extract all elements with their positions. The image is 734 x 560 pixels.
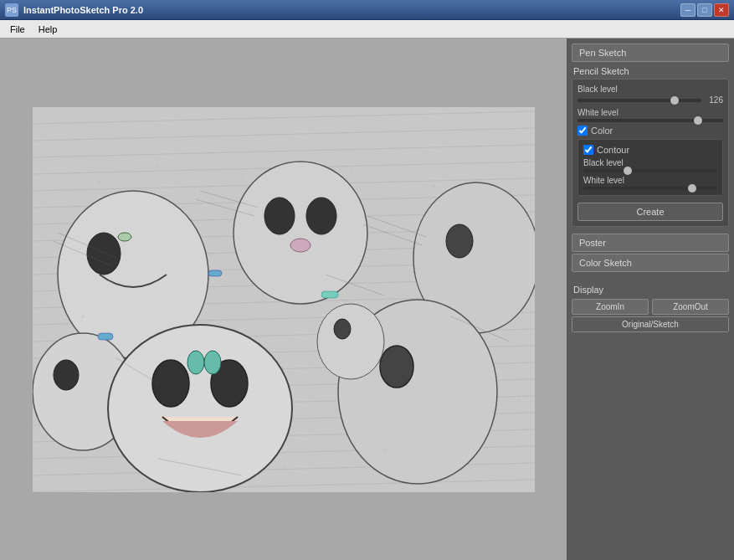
sketch-image (33, 107, 535, 492)
svg-point-30 (290, 239, 311, 252)
color-sketch-button[interactable]: Color Sketch (572, 254, 729, 272)
zoom-out-button[interactable]: ZoomOut (652, 299, 729, 315)
inner-white-level-label: White level (583, 176, 717, 185)
right-panel: Pen Sketch Pencil Sketch Black level 126… (567, 39, 734, 560)
svg-point-60 (81, 315, 84, 317)
pencil-sketch-label: Pencil Sketch (572, 64, 729, 77)
svg-point-34 (54, 360, 79, 390)
svg-point-63 (382, 449, 385, 451)
inner-white-level-slider-container (583, 187, 717, 190)
svg-point-57 (349, 168, 352, 171)
white-level-row: White level (577, 108, 723, 122)
inner-black-level-slider-container (583, 169, 717, 172)
contour-checkbox-row: Contour (583, 145, 717, 155)
minimize-button[interactable]: ─ (680, 3, 696, 17)
poster-button[interactable]: Poster (572, 234, 729, 252)
color-checkbox[interactable] (577, 126, 588, 136)
image-container (33, 107, 535, 492)
inner-black-level-thumb[interactable] (624, 167, 632, 175)
svg-point-62 (282, 465, 285, 468)
black-level-slider[interactable] (577, 99, 701, 102)
white-level-slider[interactable] (577, 119, 723, 122)
svg-point-55 (157, 164, 159, 167)
title-bar-left: PS InstantPhotoSketch Pro 2.0 (5, 3, 143, 17)
menu-bar: File Help (0, 20, 734, 39)
svg-point-59 (491, 172, 494, 175)
menu-file[interactable]: File (3, 23, 32, 36)
contour-checkbox[interactable] (583, 145, 593, 155)
svg-rect-64 (98, 333, 113, 340)
black-level-label: Black level (577, 85, 723, 94)
inner-black-level-label: Black level (583, 158, 717, 167)
title-controls[interactable]: ─ □ ✕ (680, 3, 729, 17)
svg-point-32 (446, 224, 473, 258)
svg-point-42 (317, 304, 384, 379)
inner-white-level-row: White level (583, 176, 717, 190)
display-zoom-buttons: ZoomIn ZoomOut (572, 299, 729, 315)
zoom-in-button[interactable]: ZoomIn (572, 299, 649, 315)
pencil-sketch-box: Black level 126 White level (572, 79, 729, 227)
black-level-value: 126 (705, 95, 723, 105)
pen-sketch-button[interactable]: Pen Sketch (572, 44, 729, 62)
svg-point-38 (187, 351, 204, 374)
svg-point-58 (433, 185, 435, 188)
inner-black-level-slider[interactable] (583, 169, 717, 172)
close-button[interactable]: ✕ (714, 3, 729, 17)
svg-point-26 (118, 233, 131, 241)
svg-point-56 (240, 177, 243, 179)
create-button[interactable]: Create (577, 203, 723, 221)
canvas-area (0, 39, 567, 560)
color-checkbox-row: Color (577, 126, 723, 136)
white-level-thumb[interactable] (694, 116, 702, 125)
app-icon: PS (5, 3, 18, 17)
white-level-slider-container (577, 119, 723, 122)
inner-black-level-row: Black level (583, 158, 717, 172)
black-level-slider-container: 126 (577, 95, 723, 105)
white-level-label: White level (577, 108, 723, 117)
color-checkbox-label: Color (591, 126, 613, 136)
svg-point-43 (334, 319, 351, 339)
svg-point-25 (87, 233, 121, 275)
svg-point-54 (98, 181, 100, 183)
contour-checkbox-label: Contour (597, 145, 629, 155)
display-section: Display ZoomIn ZoomOut Original/Sketch (572, 282, 729, 332)
inner-white-level-slider[interactable] (583, 187, 717, 190)
svg-point-29 (306, 198, 336, 234)
svg-rect-66 (321, 291, 338, 298)
svg-point-41 (380, 346, 413, 388)
svg-point-28 (264, 198, 295, 234)
title-bar: PS InstantPhotoSketch Pro 2.0 ─ □ ✕ (0, 0, 734, 20)
main-content: Pen Sketch Pencil Sketch Black level 126… (0, 39, 734, 560)
black-level-row: Black level 126 (577, 85, 723, 105)
svg-point-61 (516, 398, 519, 401)
title-text: InstantPhotoSketch Pro 2.0 (23, 5, 143, 15)
svg-rect-65 (208, 270, 222, 276)
contour-inner-box: Contour Black level White level (577, 139, 723, 196)
original-sketch-button[interactable]: Original/Sketch (572, 316, 729, 332)
svg-point-39 (204, 351, 221, 374)
inner-white-level-thumb[interactable] (688, 184, 696, 193)
maximize-button[interactable]: □ (697, 3, 712, 17)
menu-help[interactable]: Help (32, 23, 64, 36)
black-level-thumb[interactable] (670, 96, 679, 105)
display-label: Display (572, 282, 729, 295)
